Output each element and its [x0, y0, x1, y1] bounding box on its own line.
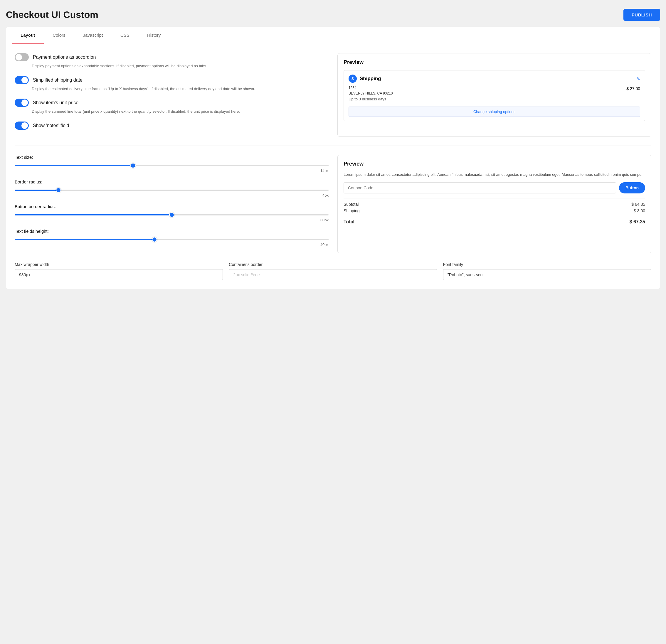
slider-text-fields-height-label: Text fields height: [15, 229, 329, 234]
field-font-family: Font family [443, 262, 651, 280]
page-title: Checkout UI Custom [6, 10, 99, 20]
total-value: $ 67.35 [630, 219, 645, 225]
field-containers-border-input[interactable] [229, 269, 437, 280]
totals-section: Subtotal $ 64.35 Shipping $ 3.00 Total $… [344, 198, 645, 225]
slider-border-radius-label: Border radius: [15, 179, 329, 184]
field-font-family-input[interactable] [443, 269, 651, 280]
toggle-label-payment: Payment options as accordion [33, 55, 96, 60]
total-row: Total $ 67.35 [344, 216, 645, 225]
preview2-title: Preview [344, 161, 645, 167]
slider-text-fields-height: Text fields height: 40px [15, 229, 329, 247]
tabs-nav: Layout Colors Javascript CSS History [6, 27, 660, 44]
shipping-price: $ 27.00 [626, 86, 640, 91]
tab-history[interactable]: History [138, 27, 170, 44]
subtotal-row: Subtotal $ 64.35 [344, 202, 645, 207]
field-containers-border-label: Container's border [229, 262, 437, 267]
preview1-title: Preview [344, 59, 645, 66]
main-card: Layout Colors Javascript CSS History Pay… [6, 27, 660, 289]
subtotal-value: $ 64.35 [631, 202, 645, 207]
toggle-label-unit-price: Show item's unit price [33, 100, 78, 105]
toggle-switch-shipping[interactable] [15, 76, 29, 84]
toggle-switch-notes[interactable] [15, 122, 29, 130]
page-header: Checkout UI Custom PUBLISH [6, 6, 660, 27]
slider-text-size-label: Text size: [15, 155, 329, 160]
total-label: Total [344, 219, 354, 225]
tab-javascript[interactable]: Javascript [74, 27, 112, 44]
slider-border-radius-value: 4px [15, 193, 329, 198]
coupon-row: Button [344, 182, 645, 193]
shipping-name: Shipping [360, 76, 381, 82]
sliders-column: Text size: 14px Border radius: 4px Butto… [15, 155, 329, 253]
field-font-family-label: Font family [443, 262, 651, 267]
field-containers-border: Container's border [229, 262, 437, 280]
slider-text-size: Text size: 14px [15, 155, 329, 173]
slider-text-size-value: 14px [15, 168, 329, 173]
edit-icon[interactable]: ✎ [637, 76, 640, 81]
toggles-column: Payment options as accordion Display pay… [15, 53, 329, 137]
toggle-payment-accordion: Payment options as accordion Display pay… [15, 53, 329, 69]
shipping-preview-box: Preview 3 Shipping ✎ 1234 BEVERLY HILLS,… [337, 53, 651, 137]
slider-button-border-radius-label: Button border radius: [15, 204, 329, 209]
toggle-label-shipping: Simplified shipping date [33, 77, 83, 83]
shipping-address: 1234 BEVERLY HILLS, CA 90210 Up to 3 bus… [349, 85, 392, 103]
tab-css[interactable]: CSS [111, 27, 138, 44]
change-shipping-button[interactable]: Change shipping options [349, 107, 640, 117]
tab-layout[interactable]: Layout [12, 27, 44, 44]
toggle-desc-shipping: Display the estimated delivery time fram… [32, 86, 329, 92]
slider-text-size-input[interactable] [15, 165, 329, 166]
shipping-value: $ 3.00 [634, 209, 645, 213]
tab-colors[interactable]: Colors [44, 27, 74, 44]
shipping-label: Shipping [344, 209, 360, 213]
toggle-label-notes: Show 'notes' field [33, 123, 69, 128]
sliders-preview-section: Text size: 14px Border radius: 4px Butto… [15, 155, 651, 253]
coupon-preview-box: Preview Lorem ipsum dolor sit amet, cons… [337, 155, 651, 253]
subtotal-label: Subtotal [344, 202, 358, 207]
shipping-row: Shipping $ 3.00 [344, 209, 645, 213]
slider-button-border-radius: Button border radius: 30px [15, 204, 329, 222]
shipping-days: Up to 3 business days [349, 96, 392, 103]
field-max-wrapper-width: Max wrapper width [15, 262, 223, 280]
preview2-body: Lorem ipsum dolor sit amet, consectetur … [344, 172, 645, 178]
coupon-input[interactable] [344, 182, 616, 193]
tab-content: Payment options as accordion Display pay… [6, 44, 660, 289]
slider-border-radius: Border radius: 4px [15, 179, 329, 198]
publish-button[interactable]: PUBLISH [624, 9, 660, 21]
toggle-desc-unit-price: Display the summed line total (unit pric… [32, 109, 329, 114]
field-max-wrapper-width-input[interactable] [15, 269, 223, 280]
toggle-simplified-shipping: Simplified shipping date Display the est… [15, 76, 329, 92]
slider-button-border-radius-value: 30px [15, 218, 329, 222]
step-badge: 3 [349, 75, 357, 83]
bottom-fields-row: Max wrapper width Container's border Fon… [15, 262, 651, 280]
coupon-button[interactable]: Button [619, 182, 645, 193]
slider-button-border-radius-input[interactable] [15, 214, 329, 215]
slider-text-fields-height-value: 40px [15, 243, 329, 247]
slider-text-fields-height-input[interactable] [15, 239, 329, 240]
toggle-switch-payment[interactable] [15, 53, 29, 61]
field-max-wrapper-width-label: Max wrapper width [15, 262, 223, 267]
shipping-card: 3 Shipping ✎ 1234 BEVERLY HILLS, CA 9021… [344, 70, 645, 121]
toggles-preview-section: Payment options as accordion Display pay… [15, 53, 651, 137]
toggle-unit-price: Show item's unit price Display the summe… [15, 99, 329, 114]
slider-border-radius-input[interactable] [15, 190, 329, 191]
toggle-notes-field: Show 'notes' field [15, 122, 329, 130]
toggle-switch-unit-price[interactable] [15, 99, 29, 107]
toggle-desc-payment: Display payment options as expandable se… [32, 63, 329, 69]
